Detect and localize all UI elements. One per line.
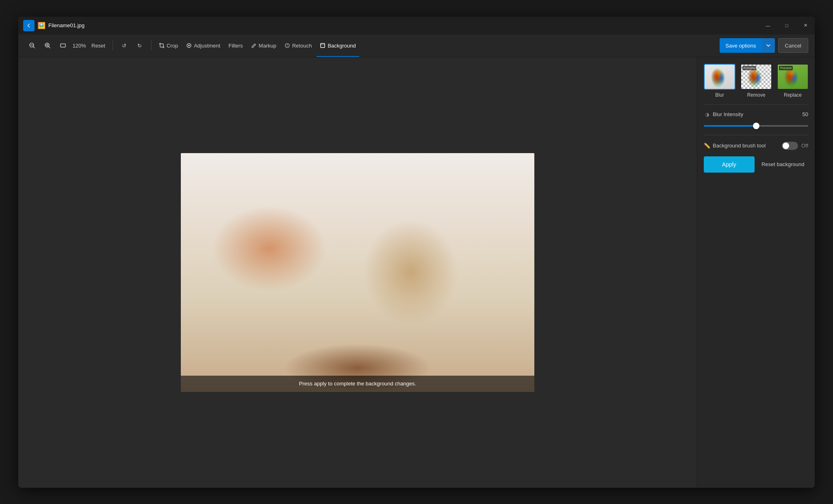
canvas-area: Press apply to complete the background c… bbox=[18, 57, 697, 488]
crop-button[interactable]: Crop bbox=[156, 34, 181, 57]
reset-button[interactable]: Reset bbox=[88, 38, 108, 53]
svg-rect-10 bbox=[321, 43, 325, 48]
apply-button[interactable]: Apply bbox=[704, 156, 755, 173]
redo-button[interactable]: ↻ bbox=[132, 38, 147, 53]
cancel-button[interactable]: Cancel bbox=[778, 38, 808, 53]
remove-preview-badge: Preview bbox=[742, 66, 756, 70]
background-tool: Background bbox=[317, 34, 359, 57]
blur-slider-container bbox=[704, 121, 808, 128]
toolbar: 120% Reset ↺ ↻ Crop Adjustment Filters bbox=[18, 35, 815, 57]
retouch-button[interactable]: Retouch bbox=[281, 34, 315, 57]
brush-tool-toggle[interactable] bbox=[782, 142, 798, 150]
title-bar-left: 🖼️ Filename01.jpg bbox=[23, 20, 85, 31]
replace-preview-badge: Preview bbox=[779, 66, 793, 70]
adjustment-button[interactable]: Adjustment bbox=[183, 34, 223, 57]
maximize-button[interactable]: □ bbox=[777, 17, 796, 35]
blur-intensity-value: 50 bbox=[803, 111, 808, 117]
minimize-button[interactable]: — bbox=[759, 17, 777, 35]
markup-button[interactable]: Markup bbox=[248, 34, 280, 57]
replace-mode-label: Replace bbox=[784, 92, 802, 98]
status-text: Press apply to complete the background c… bbox=[299, 381, 416, 387]
blur-intensity-slider[interactable] bbox=[704, 125, 808, 127]
background-button[interactable]: Background bbox=[317, 34, 359, 57]
brush-tool-left: ✏️ Background brush tool bbox=[704, 143, 766, 149]
brush-tool-row: ✏️ Background brush tool Off bbox=[704, 142, 808, 150]
blur-thumb[interactable] bbox=[704, 64, 735, 90]
blur-preview bbox=[705, 65, 735, 89]
svg-line-1 bbox=[33, 46, 35, 48]
adjustment-tool: Adjustment bbox=[183, 34, 223, 57]
background-modes: Blur Preview Remove Preview Repl bbox=[704, 64, 808, 98]
save-options-button[interactable]: Save options bbox=[720, 38, 774, 53]
file-icon: 🖼️ bbox=[38, 22, 45, 29]
toolbar-right: Save options Cancel bbox=[720, 38, 808, 53]
dog-image bbox=[181, 153, 534, 392]
zoom-in-button[interactable] bbox=[40, 38, 55, 53]
blur-icon: ◑ bbox=[704, 111, 710, 118]
title-bar: 🖼️ Filename01.jpg — □ ✕ bbox=[18, 17, 815, 35]
remove-mode-label: Remove bbox=[747, 92, 766, 98]
window-controls: — □ ✕ bbox=[759, 17, 815, 35]
svg-point-9 bbox=[188, 45, 190, 46]
back-button[interactable] bbox=[23, 20, 35, 31]
zoom-controls: 120% Reset bbox=[25, 38, 108, 53]
main-image: Press apply to complete the background c… bbox=[181, 153, 534, 392]
blur-mode-label: Blur bbox=[715, 92, 724, 98]
blur-mode-item[interactable]: Blur bbox=[704, 64, 735, 98]
zoom-level: 120% bbox=[71, 43, 87, 49]
aspect-ratio-button[interactable] bbox=[56, 38, 70, 53]
action-buttons: Apply Reset background bbox=[704, 156, 808, 173]
blur-intensity-section: ◑ Blur Intensity 50 bbox=[704, 111, 808, 128]
markup-tool: Markup bbox=[248, 34, 280, 57]
blur-intensity-left: ◑ Blur Intensity bbox=[704, 111, 743, 118]
crop-tool: Crop bbox=[156, 34, 181, 57]
content-area: Press apply to complete the background c… bbox=[18, 57, 815, 488]
svg-line-4 bbox=[48, 46, 50, 48]
window-title: Filename01.jpg bbox=[48, 22, 85, 28]
save-options-dropdown-arrow[interactable] bbox=[762, 38, 775, 53]
right-panel: Blur Preview Remove Preview Repl bbox=[697, 57, 815, 488]
replace-mode-item[interactable]: Preview Replace bbox=[777, 64, 809, 98]
panel-divider-1 bbox=[704, 104, 808, 105]
history-controls: ↺ ↻ bbox=[117, 38, 147, 53]
remove-mode-item[interactable]: Preview Remove bbox=[740, 64, 772, 98]
close-button[interactable]: ✕ bbox=[796, 17, 815, 35]
filters-button[interactable]: Filters bbox=[225, 34, 246, 57]
brush-tool-right: Off bbox=[782, 142, 808, 150]
panel-divider-2 bbox=[704, 135, 808, 135]
toolbar-separator-1 bbox=[113, 41, 113, 50]
filters-tool: Filters bbox=[225, 34, 246, 57]
status-bar: Press apply to complete the background c… bbox=[181, 376, 534, 392]
remove-thumb[interactable]: Preview bbox=[740, 64, 772, 90]
blur-intensity-label: Blur Intensity bbox=[713, 111, 743, 117]
toggle-knob bbox=[783, 143, 789, 149]
save-options-label: Save options bbox=[720, 38, 761, 53]
brush-icon: ✏️ bbox=[704, 143, 710, 149]
undo-button[interactable]: ↺ bbox=[117, 38, 132, 53]
retouch-tool: Retouch bbox=[281, 34, 315, 57]
replace-thumb[interactable]: Preview bbox=[777, 64, 809, 90]
app-window: 🖼️ Filename01.jpg — □ ✕ 120% Reset ↺ bbox=[18, 17, 815, 488]
svg-rect-7 bbox=[61, 44, 65, 47]
reset-background-button[interactable]: Reset background bbox=[758, 156, 809, 173]
image-container: Press apply to complete the background c… bbox=[181, 153, 534, 392]
brush-tool-state: Off bbox=[801, 143, 808, 149]
brush-tool-label: Background brush tool bbox=[713, 143, 766, 149]
toolbar-separator-2 bbox=[151, 41, 152, 50]
zoom-out-button[interactable] bbox=[25, 38, 39, 53]
blur-intensity-row: ◑ Blur Intensity 50 bbox=[704, 111, 808, 118]
